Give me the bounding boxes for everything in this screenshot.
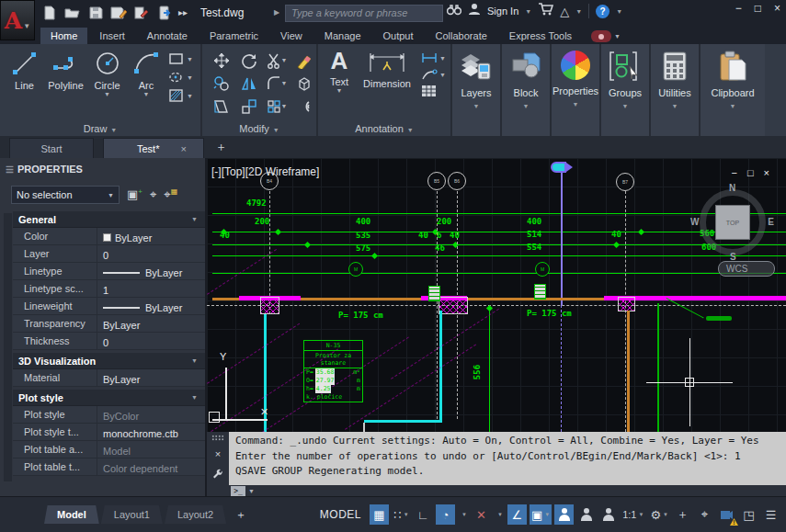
line-button[interactable]: Line [4,48,45,103]
properties-panel-button[interactable]: Properties ▼ [552,44,601,136]
circle-button[interactable]: Circle ▼ [86,48,128,103]
command-input[interactable]: >_ ▼ [231,486,255,496]
property-row-plot-table-type[interactable]: Plot table t...Color dependent [13,458,205,476]
app-menu-button[interactable]: A ▼ [0,0,35,40]
polar-caret[interactable]: ▼ [458,504,469,525]
sign-in-caret-icon[interactable]: ▼ [525,8,531,15]
grid-toggle[interactable]: ▦ [370,504,389,525]
viewcube-east[interactable]: E [768,217,774,227]
viewcube-north[interactable]: N [729,183,735,193]
tab-insert[interactable]: Insert [89,28,135,44]
view-cube[interactable]: TOP N S W E [696,186,769,259]
annotation-visibility-toggle[interactable] [554,504,574,525]
viewport-controls-label[interactable]: [-][Top][2D Wireframe] [211,165,319,178]
tab-manage[interactable]: Manage [314,28,371,44]
arc-button[interactable]: Arc ▼ [128,48,165,103]
palette-grip-icon[interactable]: ☰ [6,164,12,175]
command-customize-wrench-icon[interactable] [212,467,223,483]
close-button[interactable]: × [774,2,780,15]
annotation-scale-value[interactable]: 1:1▼ [621,504,645,525]
select-objects-icon[interactable]: ⌖ [150,187,156,202]
plot-button[interactable] [132,4,150,21]
layers-panel-button[interactable]: Layers ▼ [452,44,502,136]
customization-menu-button[interactable]: ☰ [761,504,780,525]
copy-button[interactable] [213,75,230,92]
file-tab-start[interactable]: Start [9,138,94,158]
array-button[interactable]: ▼ [267,98,288,115]
quick-select-icon[interactable]: ▣+ [127,187,142,202]
ortho-toggle[interactable]: ∟ [414,504,433,525]
dimension-button[interactable]: Dimension [357,48,417,97]
undo-redo-button[interactable] [155,4,173,21]
autodesk-app-icon[interactable]: △ [560,5,569,18]
save-button[interactable] [86,4,104,21]
property-row-thickness[interactable]: Thickness0 [13,333,205,350]
property-row-plot-table-area[interactable]: Plot table a...Model [13,441,205,458]
autoscale-toggle[interactable] [576,504,596,525]
fillet-button[interactable]: ▼ [267,75,288,92]
clipboard-panel-button[interactable]: Clipboard ▼ [701,44,765,136]
offset-button[interactable] [296,98,313,115]
property-row-linetype[interactable]: LinetypeByLayer [13,263,205,280]
help-icon[interactable]: ? [596,5,609,18]
close-tab-icon[interactable]: × [181,143,187,154]
open-drawing-button[interactable] [63,4,81,21]
osnap-track-caret[interactable]: ▼ [494,504,505,525]
new-layout-button[interactable]: ＋ [235,507,246,523]
property-row-color[interactable]: ColorByLayer [13,228,205,245]
object-snap-toggle[interactable]: ▣▼ [530,504,552,525]
ellipse-tool-button[interactable]: ▼ [168,70,193,85]
groups-panel-button[interactable]: Groups ▼ [601,44,651,136]
toggle-pickadd-icon[interactable]: ⌖▦ [164,187,177,202]
property-row-lineweight[interactable]: LineweightByLayer [13,298,205,315]
leader-button[interactable]: ▼ [421,68,446,81]
ribbon-options-button[interactable]: ▼ [591,30,621,42]
title-expand-arrow-icon[interactable]: ▶ [274,8,279,17]
text-button[interactable]: A Text ▼ [322,48,357,97]
property-row-transparency[interactable]: TransparencyByLayer [13,315,205,333]
command-history[interactable]: Command: _.undo Current settings: Auto =… [229,432,786,485]
general-section-header[interactable]: General▼ [13,211,205,228]
search-binoculars-icon[interactable] [447,3,461,19]
model-space-label[interactable]: MODEL [320,508,361,521]
trim-button[interactable]: ▼ [267,52,288,69]
3d-visualization-section-header[interactable]: 3D Visualization▼ [13,353,205,369]
sign-in-button[interactable]: Sign In [487,6,518,17]
clean-screen-button[interactable]: ◳ [739,504,758,525]
selection-dropdown[interactable]: No selection▼ [11,186,120,204]
minimize-button[interactable]: − [735,2,742,15]
rectangle-tool-button[interactable]: ▼ [168,51,193,66]
viewcube-top-face[interactable]: TOP [715,205,750,240]
drawing-restore-button[interactable]: □ [747,167,754,178]
palette-gutter[interactable] [4,213,12,481]
isolate-objects-button[interactable]: ⌖ [695,504,714,525]
tab-collaborate[interactable]: Collaborate [426,28,497,44]
plot-style-section-header[interactable]: Plot style▼ [13,390,205,406]
snap-toggle[interactable]: ∷▼ [392,504,411,525]
move-button[interactable] [213,52,230,69]
object-snap-tracking-toggle[interactable]: ✕ [472,504,491,525]
store-cart-icon[interactable] [538,3,553,19]
maximize-button[interactable]: □ [755,2,761,15]
annotation-panel-footer[interactable]: Annotation▼ [318,123,450,134]
property-row-linetype-scale[interactable]: Linetype sc...1 [13,280,205,298]
drawing-minimize-button[interactable]: − [731,167,736,178]
save-as-button[interactable] [109,4,127,21]
property-row-plot-style-table[interactable]: Plot style t...monochrome.ctb [13,424,205,441]
qat-more-chevrons-icon[interactable]: ▸▸ [178,7,188,17]
3d-box-button[interactable] [296,75,313,92]
help-search-input[interactable]: Type a keyword or phrase [285,5,443,22]
annotation-scale-button[interactable] [598,504,618,525]
annotation-monitor-button[interactable]: ＋ [673,504,692,525]
help-caret-icon[interactable]: ▼ [616,8,622,15]
tab-view[interactable]: View [270,28,313,44]
block-panel-button[interactable]: Block ▼ [502,44,552,136]
polyline-button[interactable]: Polyline [45,48,86,103]
autodesk-app-caret-icon[interactable]: ▼ [575,8,582,15]
polar-tracking-toggle[interactable]: ◔ [436,504,455,525]
stretch-button[interactable] [213,98,230,115]
tab-express-tools[interactable]: Express Tools [499,28,582,44]
erase-button[interactable] [296,52,313,69]
linear-dimension-button[interactable]: ▼ [421,51,446,64]
drawing-close-button[interactable]: × [764,167,769,178]
